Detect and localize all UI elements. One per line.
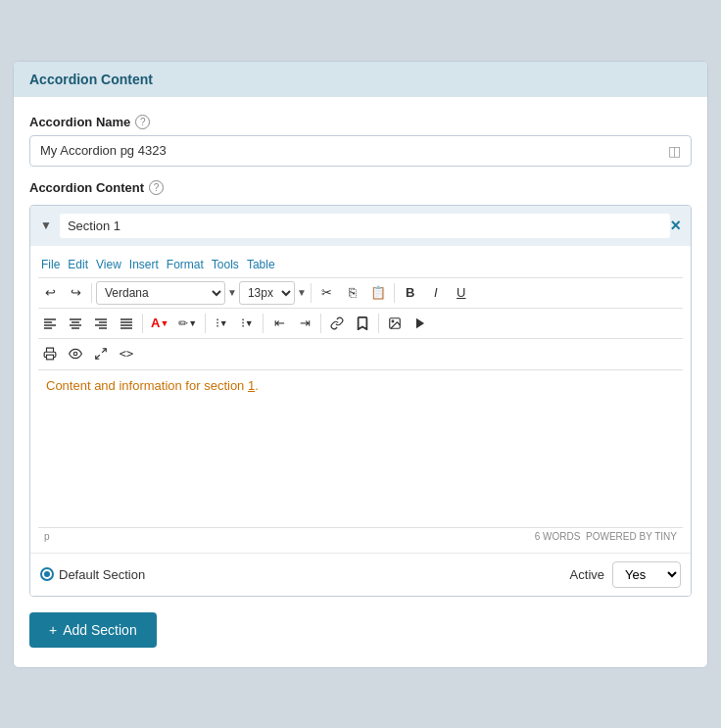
numbered-list-button[interactable]: ⁝ ▼ — [235, 312, 259, 335]
accordion-name-field-wrapper: ◫ — [29, 135, 692, 167]
highlight-icon: ✏ — [178, 316, 188, 330]
menu-insert[interactable]: Insert — [126, 257, 162, 272]
card-header-title: Accordion Content — [29, 72, 153, 87]
font-family-select[interactable]: Verdana Arial Times New Roman — [96, 281, 225, 305]
menu-file[interactable]: File — [38, 257, 63, 272]
accordion-name-input[interactable] — [40, 143, 668, 158]
numbered-chevron: ▼ — [245, 318, 254, 328]
svg-rect-19 — [47, 355, 54, 360]
bold-button[interactable]: B — [399, 281, 422, 305]
undo-icon: ↩ — [45, 285, 56, 300]
toolbar-separator-2 — [311, 283, 312, 303]
underline-button[interactable]: U — [450, 281, 473, 305]
bullet-list-button[interactable]: ⁝ ▼ — [210, 312, 233, 335]
menu-tools[interactable]: Tools — [209, 257, 242, 272]
editor-status-bar: p 6 WORDS POWERED BY TINY — [38, 527, 683, 545]
toolbar-separator-6 — [263, 314, 264, 333]
card-header: Accordion Content — [14, 62, 707, 97]
align-left-button[interactable] — [38, 312, 62, 335]
svg-line-22 — [96, 355, 100, 359]
image-icon — [388, 316, 402, 330]
align-center-button[interactable] — [64, 312, 87, 335]
menu-view[interactable]: View — [93, 257, 124, 272]
highlight-button[interactable]: ✏ ▼ — [174, 312, 201, 335]
add-section-plus-icon: + — [49, 622, 57, 638]
redo-button[interactable]: ↪ — [64, 281, 87, 305]
add-section-label: Add Section — [63, 622, 137, 638]
svg-marker-18 — [416, 317, 424, 328]
font-chevron-icon: ▼ — [227, 287, 237, 298]
active-row: Active Yes No — [570, 561, 681, 588]
accordion-content-help-icon[interactable]: ? — [149, 180, 164, 195]
font-color-icon: A — [151, 315, 160, 330]
align-justify-icon — [120, 316, 133, 330]
preview-icon — [69, 347, 82, 361]
font-color-chevron: ▼ — [160, 318, 168, 328]
align-right-button[interactable] — [89, 312, 113, 335]
font-color-button[interactable]: A ▼ — [147, 312, 172, 335]
radio-dot-inner — [44, 571, 50, 577]
default-section-radio[interactable] — [40, 567, 54, 581]
align-justify-button[interactable] — [115, 312, 138, 335]
code-button[interactable]: <> — [115, 342, 138, 365]
print-button[interactable] — [38, 342, 62, 365]
bookmark-button[interactable] — [351, 312, 374, 335]
section-header: ▼ × — [30, 206, 691, 246]
section-header-left: ▼ — [40, 214, 670, 238]
editor-content[interactable]: Content and information for section 1. — [38, 370, 683, 527]
redo-icon: ↪ — [71, 285, 81, 300]
menu-edit[interactable]: Edit — [65, 257, 91, 272]
editor-paragraph-tag: p — [44, 531, 50, 542]
toolbar-separator-4 — [142, 314, 143, 333]
cut-button[interactable]: ✂ — [315, 281, 339, 305]
section-title-input[interactable] — [60, 214, 671, 238]
editor-area: File Edit View Insert Format Tools Table… — [30, 246, 691, 553]
default-section-control: Default Section — [40, 567, 145, 582]
media-icon — [413, 316, 427, 330]
link-icon — [330, 316, 344, 330]
toolbar-row-2: A ▼ ✏ ▼ ⁝ ▼ ⁝ ▼ — [38, 309, 683, 339]
toolbar-separator-3 — [394, 283, 395, 303]
accordion-name-help-icon[interactable]: ? — [135, 115, 150, 129]
image-button[interactable] — [383, 312, 407, 335]
link-button[interactable] — [325, 312, 349, 335]
section-close-button[interactable]: × — [670, 217, 681, 234]
indent-button[interactable]: ⇥ — [293, 312, 316, 335]
media-button[interactable] — [409, 312, 432, 335]
accordion-card: Accordion Content Accordion Name ? ◫ Acc… — [13, 61, 708, 668]
copy-button[interactable]: ⎘ — [341, 281, 364, 305]
add-section-button[interactable]: + Add Section — [29, 612, 157, 648]
menu-format[interactable]: Format — [164, 257, 207, 272]
size-chevron-icon: ▼ — [297, 287, 307, 298]
menu-table[interactable]: Table — [244, 257, 278, 272]
accordion-name-label: Accordion Name ? — [29, 115, 692, 129]
toolbar-row-3: <> — [38, 339, 683, 370]
svg-point-17 — [392, 320, 394, 322]
default-section-label: Default Section — [59, 567, 145, 582]
preview-button[interactable] — [64, 342, 87, 365]
fullscreen-button[interactable] — [89, 342, 113, 365]
toolbar-separator-7 — [320, 314, 321, 333]
editor-suffix: . — [255, 378, 259, 393]
highlight-chevron: ▼ — [188, 318, 197, 328]
accordion-content-label: Accordion Content ? — [29, 180, 692, 195]
svg-point-20 — [73, 352, 77, 356]
align-right-icon — [94, 316, 108, 330]
accordion-section: ▼ × File Edit View Insert Format Tools T… — [29, 205, 692, 597]
font-size-select[interactable]: 13px 10px 14px 16px — [239, 281, 295, 305]
toolbar-separator-8 — [378, 314, 379, 333]
bullet-chevron: ▼ — [219, 318, 228, 328]
paste-button[interactable]: 📋 — [366, 281, 390, 305]
editor-text: Content and information for section — [46, 378, 248, 393]
italic-button[interactable]: I — [424, 281, 448, 305]
align-left-icon — [43, 316, 57, 330]
print-icon — [43, 347, 57, 361]
align-center-icon — [69, 316, 82, 330]
section-footer: Default Section Active Yes No — [30, 553, 691, 596]
section-collapse-icon[interactable]: ▼ — [40, 218, 52, 232]
active-select[interactable]: Yes No — [612, 561, 681, 588]
outdent-button[interactable]: ⇤ — [267, 312, 291, 335]
card-body: Accordion Name ? ◫ Accordion Content ? ▼… — [14, 97, 707, 667]
active-label: Active — [570, 567, 604, 582]
undo-button[interactable]: ↩ — [38, 281, 62, 305]
